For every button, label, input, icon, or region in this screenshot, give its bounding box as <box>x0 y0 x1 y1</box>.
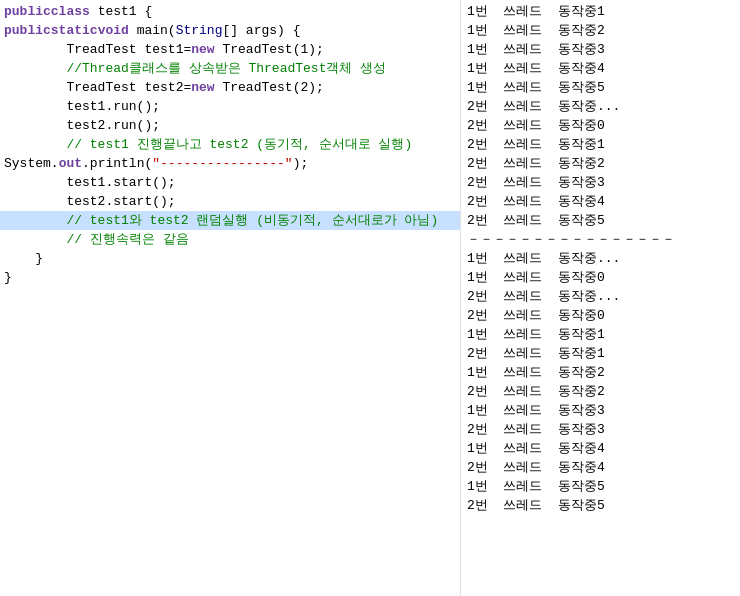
output-line: 1번 쓰레드 동작중1 <box>461 325 740 344</box>
output-line: 2번 쓰레드 동작중5 <box>461 496 740 515</box>
code-line: TreadTest test2=new TreadTest(2); <box>0 78 460 97</box>
output-line: 1번 쓰레드 동작중3 <box>461 40 740 59</box>
output-line: 1번 쓰레드 동작중4 <box>461 59 740 78</box>
output-line: 1번 쓰레드 동작중2 <box>461 21 740 40</box>
code-line: //Thread클래스를 상속받은 ThreadTest객체 생성 <box>0 59 460 78</box>
output-line: 1번 쓰레드 동작중4 <box>461 439 740 458</box>
output-line: －－－－－－－－－－－－－－－－ <box>461 230 740 249</box>
output-line: 2번 쓰레드 동작중0 <box>461 306 740 325</box>
output-line: 2번 쓰레드 동작중1 <box>461 135 740 154</box>
code-line: test1.start(); <box>0 173 460 192</box>
code-panel: public class test1 { public static void … <box>0 0 460 596</box>
output-line: 1번 쓰레드 동작중5 <box>461 477 740 496</box>
output-line: 2번 쓰레드 동작중... <box>461 287 740 306</box>
output-line: 1번 쓰레드 동작중2 <box>461 363 740 382</box>
code-line: test1.run(); <box>0 97 460 116</box>
output-line: 2번 쓰레드 동작중2 <box>461 154 740 173</box>
output-line: 2번 쓰레드 동작중4 <box>461 458 740 477</box>
output-line: 2번 쓰레드 동작중5 <box>461 211 740 230</box>
output-line: 1번 쓰레드 동작중1 <box>461 2 740 21</box>
code-line: // 진행속력은 같음 <box>0 230 460 249</box>
output-line: 1번 쓰레드 동작중0 <box>461 268 740 287</box>
output-line: 2번 쓰레드 동작중1 <box>461 344 740 363</box>
code-line: test2.start(); <box>0 192 460 211</box>
code-line: // test1 진행끝나고 test2 (동기적, 순서대로 실행) <box>0 135 460 154</box>
output-panel: 1번 쓰레드 동작중11번 쓰레드 동작중21번 쓰레드 동작중31번 쓰레드 … <box>460 0 740 596</box>
code-line: // test1와 test2 랜덤실행 (비동기적, 순서대로가 아님) <box>0 211 460 230</box>
output-line: 2번 쓰레드 동작중... <box>461 97 740 116</box>
output-line: 2번 쓰레드 동작중2 <box>461 382 740 401</box>
output-line: 2번 쓰레드 동작중3 <box>461 420 740 439</box>
output-line: 2번 쓰레드 동작중0 <box>461 116 740 135</box>
output-line: 2번 쓰레드 동작중3 <box>461 173 740 192</box>
code-line: } <box>0 249 460 268</box>
output-line: 1번 쓰레드 동작중... <box>461 249 740 268</box>
code-line: TreadTest test1=new TreadTest(1); <box>0 40 460 59</box>
output-line: 1번 쓰레드 동작중3 <box>461 401 740 420</box>
code-line: System.out.println("----------------"); <box>0 154 460 173</box>
output-line: 2번 쓰레드 동작중4 <box>461 192 740 211</box>
code-line: test2.run(); <box>0 116 460 135</box>
code-line: public class test1 { <box>0 2 460 21</box>
code-line: public static void main(String[] args) { <box>0 21 460 40</box>
output-line: 1번 쓰레드 동작중5 <box>461 78 740 97</box>
code-line: } <box>0 268 460 287</box>
